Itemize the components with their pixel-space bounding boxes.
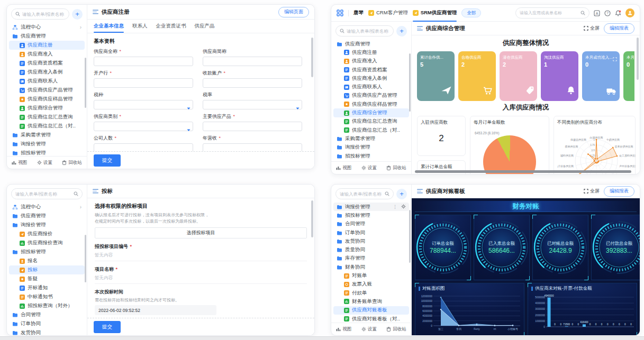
sidebar-item[interactable]: 招投标管理 <box>9 149 85 156</box>
sidebar-item[interactable]: 供应商注册 <box>9 41 85 50</box>
sidebar-item[interactable]: 供应商资质档案 <box>333 66 409 74</box>
sidebar-item[interactable]: 投标 <box>9 265 85 274</box>
hamburger-icon[interactable] <box>417 26 423 31</box>
hamburger-icon[interactable] <box>93 189 98 194</box>
sidebar-item[interactable]: 中标通知书 <box>9 292 85 301</box>
gear-icon[interactable] <box>401 204 406 210</box>
trash-button[interactable]: 回收站 <box>62 160 82 166</box>
sidebar-item[interactable]: 流程中心› <box>9 203 85 212</box>
sidebar-item[interactable]: 发货协同 <box>333 237 409 245</box>
select-input[interactable] <box>94 100 193 109</box>
text-input[interactable] <box>203 143 302 151</box>
form-search-box[interactable] <box>335 188 394 199</box>
form-search-box[interactable] <box>335 25 394 36</box>
sidebar-item[interactable]: 流程中心› <box>9 23 85 32</box>
sidebar-item[interactable]: 财务账单查询 <box>333 297 409 306</box>
form-search-input[interactable] <box>347 29 389 34</box>
views-button[interactable]: 视图 <box>336 165 351 171</box>
choose-bid-project-button[interactable]: 选择投标项目 <box>95 227 307 238</box>
sidebar-item[interactable]: 供应商信息汇总（对.. <box>9 122 85 131</box>
trash-button[interactable]: 回收站 <box>386 326 406 333</box>
all-apps-pill[interactable]: 全部 <box>461 8 481 17</box>
sidebar-item[interactable]: 供应商对账看板 <box>333 306 409 315</box>
sidebar-item[interactable]: 供应商管理 <box>9 212 85 220</box>
sidebar-item[interactable]: 付款单 <box>333 289 409 297</box>
tab-srm-app[interactable]: SRM供应商管理 <box>413 5 457 22</box>
sidebar-scrollbar[interactable] <box>85 235 86 282</box>
sidebar-item[interactable]: 供应商报价 <box>9 229 85 238</box>
user-avatar[interactable] <box>625 8 634 17</box>
edit-report-button[interactable]: 编辑报表 <box>604 186 634 197</box>
sidebar-item[interactable]: 订单协同 <box>9 319 85 328</box>
edit-report-button[interactable]: 编辑报表 <box>604 23 634 34</box>
hamburger-icon[interactable] <box>417 189 423 194</box>
views-button[interactable]: 视图 <box>12 160 27 166</box>
sidebar-item[interactable]: 开标通知 <box>9 283 85 292</box>
sidebar-item[interactable]: 供应商信息汇总查询 <box>9 113 85 122</box>
text-input[interactable] <box>203 57 302 66</box>
sidebar-item[interactable]: 供应商供应样品管理 <box>333 100 409 108</box>
settings-button[interactable]: 设置 <box>361 326 377 333</box>
sidebar-item[interactable]: 供应商综合管理 <box>9 104 85 113</box>
sidebar-item[interactable]: 询报价管理 <box>9 140 85 149</box>
form-search-input[interactable] <box>340 191 383 197</box>
sidebar-item[interactable]: 供应商准入 <box>9 50 85 59</box>
sidebar-item[interactable]: 供应商对账看板（对.. <box>333 315 409 323</box>
views-button[interactable]: 视图 <box>336 326 351 333</box>
expand-icon[interactable] <box>613 54 617 63</box>
sidebar-item[interactable]: 合同管理 <box>333 220 409 228</box>
sidebar-item[interactable]: 采购需求管理 <box>333 134 409 143</box>
help-icon[interactable]: ? <box>604 10 611 16</box>
text-input[interactable] <box>94 78 193 88</box>
sidebar-scrollbar[interactable] <box>85 58 86 108</box>
tab-crm-app[interactable]: CRM客户管理 <box>368 5 408 22</box>
kebab-menu-icon[interactable]: ⋮ <box>393 204 397 209</box>
sidebar-item[interactable]: 订单协同 <box>333 228 409 237</box>
sidebar-item[interactable]: 询报价管理⋮ <box>333 203 409 211</box>
add-form-button[interactable]: + <box>396 189 407 199</box>
select-input[interactable] <box>94 122 193 131</box>
apps-icon[interactable]: A <box>594 10 600 16</box>
overview-stat-card[interactable]: 本月成功准入...0 <box>582 51 620 101</box>
sidebar-item[interactable]: 招投标查询（对外） <box>9 301 85 310</box>
sidebar-scrollbar[interactable] <box>409 210 411 263</box>
main-scrollbar[interactable] <box>637 38 639 80</box>
fullscreen-button[interactable]: 全屏 <box>584 188 600 195</box>
sidebar-scrollbar[interactable] <box>409 53 411 112</box>
submit-button[interactable]: 提交 <box>94 154 121 167</box>
overview-stat-card[interactable]: 合格供应商2 <box>458 51 496 101</box>
sidebar-item[interactable]: 财务协同 <box>333 263 409 271</box>
sidebar-item[interactable]: 供应商信息汇总查询 <box>333 117 409 126</box>
notification-bell-icon[interactable] <box>615 10 621 16</box>
sidebar-item[interactable]: 询报价管理 <box>333 143 409 152</box>
tab-contacts[interactable]: 联系人 <box>132 23 148 33</box>
tab-company-basic-info[interactable]: 企业基本信息 <box>94 23 124 33</box>
settings-button[interactable]: 设置 <box>37 160 52 166</box>
fullscreen-button[interactable]: 全屏 <box>584 25 600 32</box>
app-search-input[interactable] <box>520 11 578 15</box>
hamburger-icon[interactable] <box>93 10 98 14</box>
sidebar-item[interactable]: 供应商准入条例 <box>9 68 85 77</box>
overview-stat-card[interactable]: 本月自评准...0 <box>623 51 634 101</box>
text-input[interactable] <box>94 143 193 151</box>
sidebar-item[interactable]: 招投标管理 <box>333 152 409 160</box>
add-form-button[interactable]: + <box>72 9 83 20</box>
sidebar-item[interactable]: 供应商信息汇总（对.. <box>333 126 409 134</box>
sidebar-item[interactable]: 供应商管理 <box>9 32 85 41</box>
sidebar-item[interactable]: 采购需求管理 <box>9 131 85 140</box>
form-search-box[interactable] <box>11 188 83 199</box>
sidebar-item[interactable]: 报名 <box>9 256 85 265</box>
form-search-box[interactable] <box>11 8 69 20</box>
sidebar-item[interactable]: 发票入账 <box>333 280 409 289</box>
sidebar-item[interactable]: 答疑 <box>9 274 85 283</box>
sidebar-item[interactable]: 供应商资质档案 <box>9 59 85 68</box>
sidebar-item[interactable]: 发货协同 <box>9 328 85 335</box>
submit-button[interactable]: 提交 <box>94 321 121 333</box>
main-scrollbar[interactable] <box>311 38 313 77</box>
sidebar-item[interactable]: 招投标管理 <box>333 211 409 219</box>
sidebar-item[interactable]: 供应商供应产品管理 <box>9 86 85 95</box>
sidebar-item[interactable]: 质量协同 <box>333 245 409 254</box>
trash-button[interactable]: 回收站 <box>386 165 406 171</box>
sidebar-item[interactable]: 供应商综合管理 <box>333 108 409 117</box>
form-search-input[interactable] <box>15 191 71 197</box>
